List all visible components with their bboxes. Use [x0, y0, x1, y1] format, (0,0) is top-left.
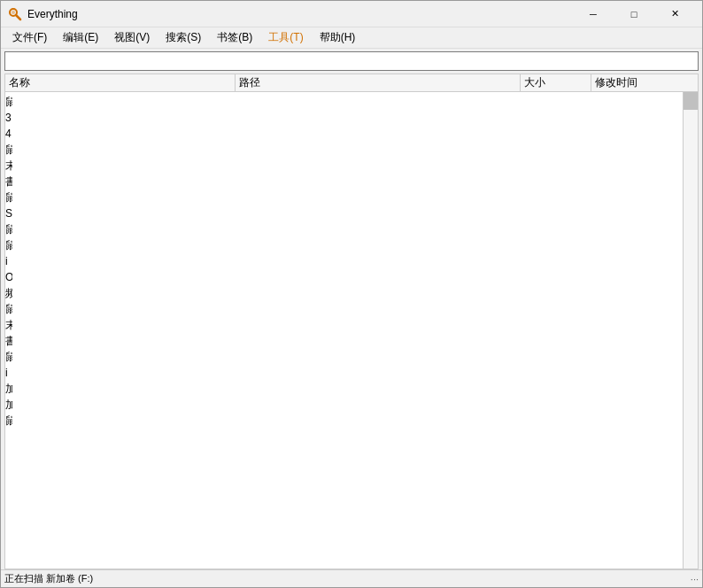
column-header-name[interactable]: 名称	[5, 74, 236, 91]
search-bar	[1, 49, 702, 74]
status-text: 正在扫描 新加卷 (F:)	[4, 572, 691, 585]
maximize-button[interactable]: □	[614, 1, 654, 27]
svg-line-1	[16, 15, 20, 19]
column-header-size[interactable]: 大小	[521, 74, 591, 91]
search-input[interactable]	[4, 51, 699, 71]
scrollbar-thumb[interactable]	[684, 92, 698, 110]
svg-point-2	[12, 11, 15, 14]
menu-file[interactable]: 文件(F)	[4, 27, 55, 48]
status-right-indicator: ···	[691, 574, 699, 584]
column-header-path[interactable]: 路径	[236, 74, 521, 91]
main-window: Everything ─ □ ✕ 文件(F) 编辑(E) 视图(V) 搜索(S)…	[0, 0, 703, 588]
clipped-entries: 鼠 3 4 鼠 末 書 鼠 S 鼠 鼠 i O 频 鼠 末 書 鼠 i 加 加	[5, 92, 12, 429]
table-body[interactable]: 鼠 3 4 鼠 末 書 鼠 S 鼠 鼠 i O 频 鼠 末 書 鼠 i 加 加	[5, 92, 698, 569]
menu-tools[interactable]: 工具(T)	[260, 27, 311, 48]
column-header-date[interactable]: 修改时间	[591, 74, 698, 91]
menu-bookmarks[interactable]: 书签(B)	[209, 27, 260, 48]
menu-view[interactable]: 视图(V)	[106, 27, 158, 48]
menu-help[interactable]: 帮助(H)	[312, 27, 364, 48]
scrollbar[interactable]	[683, 92, 698, 569]
minimize-button[interactable]: ─	[573, 1, 614, 27]
window-controls: ─ □ ✕	[573, 1, 695, 27]
menu-search[interactable]: 搜索(S)	[158, 27, 209, 48]
app-icon	[8, 7, 22, 21]
window-title: Everything	[27, 8, 573, 20]
close-button[interactable]: ✕	[654, 1, 695, 27]
menu-bar: 文件(F) 编辑(E) 视图(V) 搜索(S) 书签(B) 工具(T) 帮助(H…	[1, 27, 702, 49]
title-bar: Everything ─ □ ✕	[1, 1, 702, 27]
status-bar: 正在扫描 新加卷 (F:) ···	[1, 569, 702, 587]
table-header: 名称 路径 大小 修改时间	[5, 74, 698, 92]
menu-edit[interactable]: 编辑(E)	[55, 27, 106, 48]
results-table: 名称 路径 大小 修改时间 鼠 3 4 鼠 末 書 鼠 S 鼠 鼠 i O 频	[4, 74, 699, 569]
